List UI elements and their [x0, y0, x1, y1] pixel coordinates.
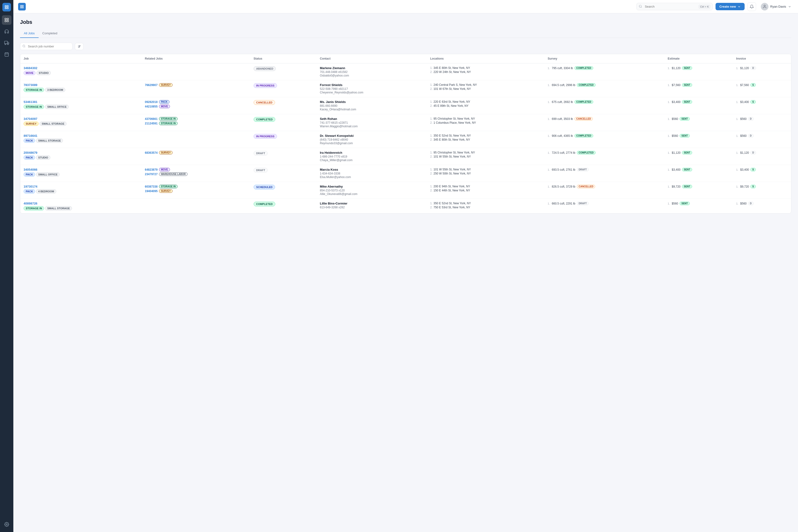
page-content: Jobs All Jobs Completed	[13, 13, 798, 219]
sidebar-item-dashboard[interactable]	[2, 15, 12, 25]
survey-item: 1. 724.5 cuft, 2774 lb COMPLETED	[548, 151, 661, 154]
survey-cell: 1. 699 cuft, 3503 lb CANCELLED	[545, 114, 664, 131]
related-job-link[interactable]: 64823879	[145, 168, 157, 171]
job-link[interactable]: 34704097	[24, 117, 37, 120]
svg-point-23	[23, 45, 25, 47]
job-tag: SMALL OFFICE	[45, 104, 69, 109]
invoice-badge: S	[750, 168, 756, 171]
status-cell: DRAFT	[250, 148, 317, 165]
jobs-table: Job Related Jobs Status Contact Location…	[20, 54, 791, 213]
related-job-link[interactable]: 23479727	[145, 173, 157, 176]
status-badge: CANCELLED	[253, 100, 275, 105]
notifications-button[interactable]	[747, 2, 756, 11]
job-cell: 78373089STORAGE IN3 BEDROOM	[20, 80, 141, 97]
location-item: 2. 101 W 55th St, New York, NY	[430, 155, 541, 158]
svg-point-10	[7, 44, 8, 44]
contact-name: Lillie Bins-Cormier	[320, 202, 423, 205]
table-row: 89716641PACKSMALL STORAGEIN PROGRESS Dr.…	[20, 131, 791, 148]
contact-phone: (643) 719-8462 x9040	[320, 138, 423, 141]
contact-email: Warren.Maggio@hotmail.com	[320, 125, 423, 128]
survey-item: 1. 693.5 cuft, 2761 lb DRAFT	[548, 168, 661, 171]
related-job-item: 68363574 SURVEY	[145, 151, 247, 154]
related-job-tag: SURVEY	[159, 151, 173, 154]
location-item: 2. 1 Columbus Place, New York, NY	[430, 121, 541, 125]
sidebar-item-support[interactable]	[2, 27, 12, 36]
location-item: 2. 220 W 24th St, New York, NY	[430, 70, 541, 74]
sidebar-item-settings[interactable]	[2, 519, 12, 529]
invoice-item: 1. $560 D	[736, 117, 788, 120]
estimate-cell: 1. $560 SENT	[664, 131, 733, 148]
app-logo[interactable]	[2, 3, 11, 12]
related-job-item: 23479727 WAREHOUSE LABOR	[145, 172, 247, 176]
job-link[interactable]: 19730174	[24, 185, 37, 188]
job-tag: STUDIO	[36, 71, 51, 75]
contact-phone: 1-634-634-3338	[320, 172, 423, 175]
job-tag: STUDIO	[36, 155, 50, 160]
job-cell: 40898726STORAGE INSMALL STORAGE	[20, 199, 141, 213]
svg-rect-8	[4, 41, 7, 44]
tab-all-jobs[interactable]: All Jobs	[20, 29, 39, 38]
related-jobs-cell: 76629907 SURVEY	[141, 80, 250, 97]
sidebar-item-calendar[interactable]	[2, 50, 12, 59]
survey-cell: 1. 826.5 cuft, 3729 lb CANCELLED	[545, 182, 664, 199]
status-badge: SCHEDULED	[253, 185, 275, 189]
job-search-input[interactable]	[20, 43, 73, 50]
invoice-item: 1. $560 D	[736, 202, 788, 205]
related-job-tag: STORAGE IN	[159, 117, 177, 120]
status-cell: IN PROGRESS	[250, 80, 317, 97]
user-menu[interactable]: Ryan Davis	[759, 2, 793, 12]
job-link[interactable]: 53461381	[24, 100, 37, 104]
related-job-link[interactable]: 43706661	[145, 117, 157, 120]
job-link[interactable]: 34054066	[24, 168, 37, 171]
locations-cell: 1. 95 Christopher St, New York, NY 2. 1 …	[427, 114, 545, 131]
job-link[interactable]: 20048679	[24, 151, 37, 154]
contact-name: Dr. Stewart Konopelski	[320, 134, 423, 137]
survey-badge: COMPLETED	[574, 134, 593, 137]
job-search-container	[20, 43, 73, 50]
col-job: Job	[20, 54, 141, 63]
job-link[interactable]: 40898726	[24, 202, 37, 205]
toolbar	[20, 43, 791, 50]
survey-item: 1. 906 cuft, 4365 lb COMPLETED	[548, 134, 661, 137]
job-tag: MOVE	[24, 71, 36, 75]
invoice-cell: 1. $9,720 S	[733, 182, 791, 199]
create-new-button[interactable]: Create new	[716, 3, 744, 10]
svg-rect-0	[5, 5, 6, 7]
estimate-item: 1. $7,560 SENT	[668, 83, 729, 87]
estimate-cell: 1. $560 SENT	[664, 114, 733, 131]
related-job-item: 09282018 PACK	[145, 100, 247, 104]
filter-button[interactable]	[75, 43, 83, 50]
tab-completed[interactable]: Completed	[39, 29, 61, 38]
contact-email: Elsa.Muller@yahoo.com	[320, 175, 423, 179]
related-job-link[interactable]: 19404095	[145, 189, 157, 193]
job-link[interactable]: 34684302	[24, 66, 37, 70]
contact-cell: Ira Heidenreich 1-686-244-7770 x819 Chay…	[317, 148, 427, 165]
svg-rect-5	[7, 18, 8, 20]
related-job-link[interactable]: 60387338	[145, 185, 157, 188]
status-badge: DRAFT	[253, 168, 268, 173]
location-item: 1. 95 Christopher St, New York, NY	[430, 117, 541, 120]
related-job-tag: STORAGE IN	[159, 121, 177, 125]
related-job-link[interactable]: 76629907	[145, 83, 157, 87]
table-row: 78373089STORAGE IN3 BEDROOM 76629907 SUR…	[20, 80, 791, 97]
job-link[interactable]: 78373089	[24, 83, 37, 87]
svg-rect-19	[22, 7, 23, 8]
estimate-cell: 1. $560 SENT	[664, 199, 733, 213]
contact-name: Marlene Ziemann	[320, 66, 423, 70]
status-cell: COMPLETED	[250, 199, 317, 213]
invoice-cell: 1. $7,560 S	[733, 80, 791, 97]
main-content: Ctrl + K Create new Ryan Davis	[13, 0, 798, 532]
related-job-link[interactable]: 09282018	[145, 100, 157, 104]
sidebar-item-fleet[interactable]	[2, 38, 12, 48]
contact-phone: 701.448.0488 x61582	[320, 70, 423, 74]
col-status: Status	[250, 54, 317, 63]
invoice-cell: 1. $3,400 S	[733, 165, 791, 182]
contact-name: Forrest Shields	[320, 83, 423, 87]
related-job-link[interactable]: 21124591	[145, 122, 157, 125]
tabs-container: All Jobs Completed	[20, 29, 791, 38]
col-invoice: Invoice	[733, 54, 791, 63]
related-job-link[interactable]: 68363574	[145, 151, 157, 154]
svg-point-30	[79, 47, 79, 48]
job-link[interactable]: 89716641	[24, 134, 37, 137]
related-job-link[interactable]: 44210855	[145, 105, 157, 108]
